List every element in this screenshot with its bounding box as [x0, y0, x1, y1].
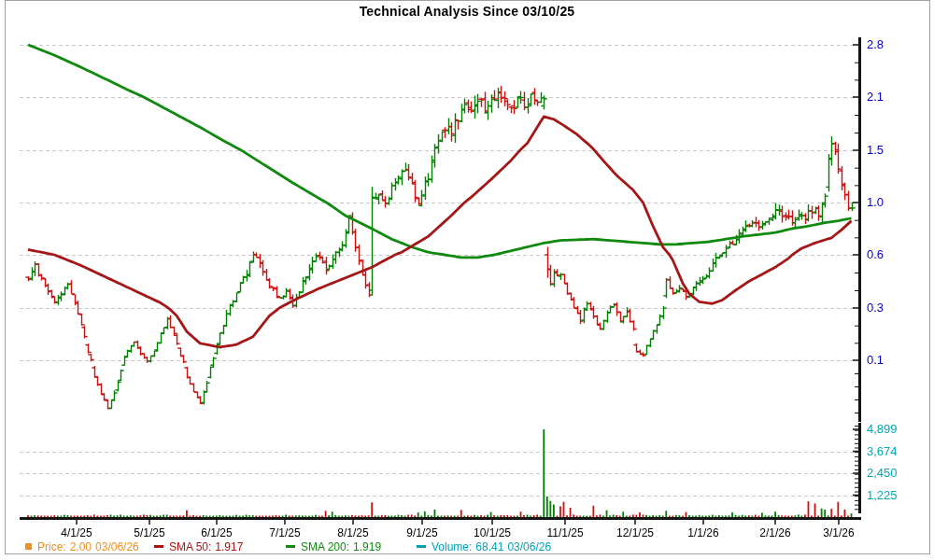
page-title: Technical Analysis Since 03/10/25: [0, 4, 934, 19]
x-axis-label: 9/1/25: [406, 527, 437, 539]
volume-line-icon: [417, 545, 426, 548]
legend-item-volume: Volume:68.4103/06/26: [417, 540, 555, 553]
price-axis-label: 0.3: [867, 301, 884, 314]
volume-legend-date: 03/06/26: [507, 540, 551, 553]
volume-axis-label: 3,674: [867, 445, 898, 457]
x-axis-label: 11/1/25: [546, 527, 583, 539]
chart-canvas: [0, 0, 934, 560]
volume-legend-value: 68.41: [475, 540, 503, 553]
price-axis-label: 1.0: [867, 196, 884, 208]
legend-item-price: Price:2.0003/06/26: [25, 540, 143, 553]
sma50-legend-label: SMA 50:: [169, 540, 211, 553]
volume-axis-label: 1,225: [867, 489, 898, 501]
x-axis-label: 5/1/25: [134, 527, 164, 539]
price-axis-label: 0.6: [867, 248, 884, 260]
price-axis-label: 1.5: [867, 144, 884, 156]
chart-legend: Price:2.0003/06/26 SMA 50:1.917 SMA 200:…: [0, 540, 934, 555]
price-swatch-icon: [25, 543, 32, 550]
price-axis-label: 0.1: [867, 354, 884, 366]
volume-axis-label: 2,450: [867, 467, 898, 479]
x-axis-label: 1/1/26: [687, 527, 718, 539]
price-axis-label: 2.1: [867, 91, 884, 103]
price-legend-label: Price:: [37, 540, 66, 553]
x-axis-label: 12/1/25: [616, 527, 654, 539]
x-axis-label: 10/1/25: [474, 527, 511, 539]
price-legend-value: 2.00: [70, 540, 92, 553]
x-axis-label: 2/1/26: [759, 527, 790, 539]
x-axis-label: 6/1/25: [201, 527, 232, 539]
volume-legend-label: Volume:: [432, 540, 472, 553]
sma50-line-icon: [154, 545, 163, 548]
sma50-legend-value: 1.917: [215, 540, 243, 553]
sma200-legend-label: SMA 200:: [301, 540, 349, 553]
x-axis-label: 8/1/25: [337, 527, 368, 539]
x-axis-label: 4/1/25: [61, 527, 92, 539]
x-axis-label: 3/1/26: [823, 527, 854, 539]
price-legend-date: 03/06/26: [95, 540, 139, 553]
x-axis-label: 7/1/25: [269, 527, 300, 539]
sma200-line-icon: [286, 545, 295, 548]
volume-axis-label: 4,899: [867, 423, 898, 435]
technical-analysis-chart: Technical Analysis Since 03/10/25 2.82.1…: [0, 0, 934, 560]
legend-item-sma50: SMA 50:1.917: [154, 540, 247, 553]
price-axis-label: 2.8: [867, 38, 884, 50]
sma200-legend-value: 1.919: [353, 540, 381, 553]
legend-item-sma200: SMA 200:1.919: [286, 540, 385, 553]
